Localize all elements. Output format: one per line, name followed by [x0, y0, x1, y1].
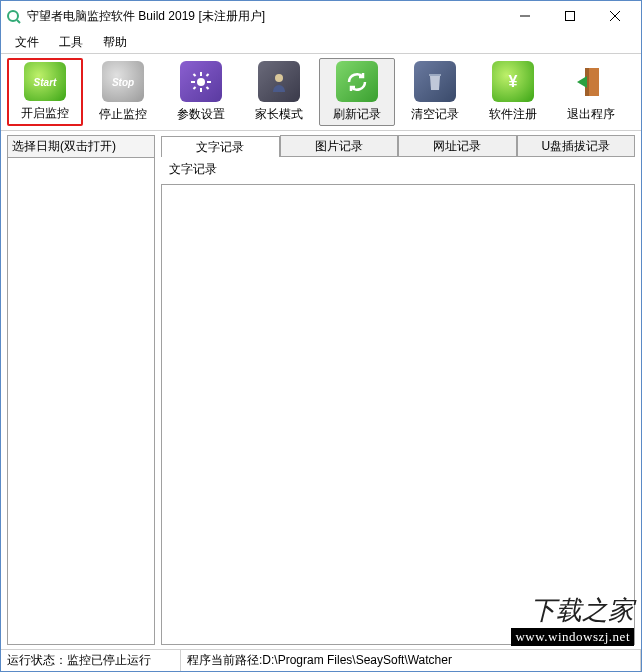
parent-label: 家长模式 — [255, 106, 303, 123]
tab-image[interactable]: 图片记录 — [280, 135, 399, 156]
svg-rect-16 — [193, 86, 197, 90]
currency-icon: ¥ — [492, 61, 534, 102]
gear-icon — [180, 61, 222, 102]
svg-rect-11 — [191, 81, 195, 83]
exit-label: 退出程序 — [567, 106, 615, 123]
status-label: 运行状态： — [7, 653, 67, 667]
log-textarea[interactable] — [161, 184, 635, 645]
settings-label: 参数设置 — [177, 106, 225, 123]
settings-button[interactable]: 参数设置 — [163, 58, 239, 126]
panel-subheader: 文字记录 — [161, 157, 635, 182]
svg-rect-15 — [206, 73, 210, 77]
exit-icon — [570, 61, 612, 102]
svg-rect-12 — [207, 81, 211, 83]
svg-rect-18 — [429, 74, 441, 76]
svg-text:¥: ¥ — [509, 73, 518, 90]
svg-rect-3 — [565, 12, 574, 21]
refresh-icon — [336, 61, 378, 102]
clear-label: 清空记录 — [411, 106, 459, 123]
tab-text[interactable]: 文字记录 — [161, 136, 280, 157]
refresh-label: 刷新记录 — [333, 106, 381, 123]
register-button[interactable]: ¥ 软件注册 — [475, 58, 551, 126]
svg-rect-9 — [200, 72, 202, 76]
svg-rect-13 — [193, 73, 197, 77]
stop-icon: Stop — [102, 61, 144, 102]
svg-point-0 — [8, 11, 18, 21]
parent-icon — [258, 61, 300, 102]
refresh-button[interactable]: 刷新记录 — [319, 58, 395, 126]
tab-url[interactable]: 网址记录 — [398, 135, 517, 156]
window-title: 守望者电脑监控软件 Build 2019 [未注册用户] — [27, 8, 265, 25]
clear-button[interactable]: 清空记录 — [397, 58, 473, 126]
path-label: 程序当前路径: — [187, 653, 262, 667]
menu-help[interactable]: 帮助 — [95, 32, 135, 53]
menu-file[interactable]: 文件 — [7, 32, 47, 53]
app-icon — [5, 8, 21, 24]
svg-point-8 — [197, 78, 205, 86]
svg-rect-10 — [200, 88, 202, 92]
parent-mode-button[interactable]: 家长模式 — [241, 58, 317, 126]
stop-monitor-button[interactable]: Stop 停止监控 — [85, 58, 161, 126]
start-icon: Start — [24, 62, 66, 101]
maximize-button[interactable] — [547, 2, 592, 30]
exit-button[interactable]: 退出程序 — [553, 58, 629, 126]
register-label: 软件注册 — [489, 106, 537, 123]
date-select-header: 选择日期(双击打开) — [7, 135, 155, 158]
trash-icon — [414, 61, 456, 102]
status-value: 监控已停止运行 — [67, 653, 151, 667]
close-button[interactable] — [592, 2, 637, 30]
path-value: D:\Program Files\SeaySoft\Watcher — [262, 653, 452, 667]
svg-text:Stop: Stop — [112, 77, 134, 88]
svg-marker-22 — [577, 76, 587, 88]
start-label: 开启监控 — [21, 105, 69, 122]
tab-usb[interactable]: U盘插拔记录 — [517, 135, 636, 156]
svg-line-1 — [17, 20, 20, 23]
svg-text:Start: Start — [34, 77, 57, 88]
svg-point-17 — [275, 74, 283, 82]
stop-label: 停止监控 — [99, 106, 147, 123]
date-tree[interactable] — [7, 158, 155, 645]
start-monitor-button[interactable]: Start 开启监控 — [7, 58, 83, 126]
svg-rect-14 — [206, 86, 210, 90]
minimize-button[interactable] — [502, 2, 547, 30]
menu-tools[interactable]: 工具 — [51, 32, 91, 53]
